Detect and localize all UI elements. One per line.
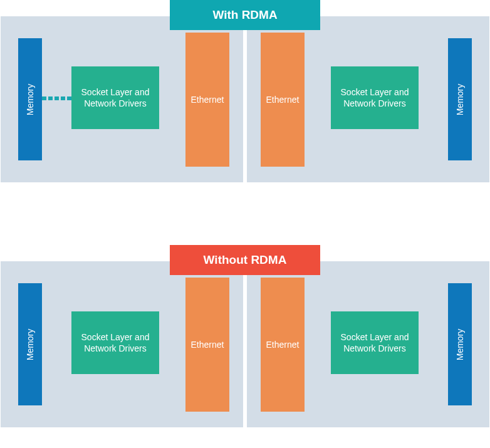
memory-label: Memory [25,328,35,360]
left-panel: Memory Socket Layer and Network Drivers … [1,261,243,427]
right-panel: Ethernet Socket Layer and Network Driver… [247,16,489,182]
diagram-without-rdma: Without RDMA Memory Socket Layer and Net… [1,245,489,427]
socket-block: Socket Layer and Network Drivers [71,66,159,129]
ethernet-label: Ethernet [191,95,224,105]
panel-row: Memory Socket Layer and Network Drivers … [1,261,489,427]
socket-label: Socket Layer and Network Drivers [333,331,416,354]
ethernet-block: Ethernet [185,278,229,412]
panel-row: Memory Socket Layer and Network Drivers … [1,16,489,182]
title-banner-with: With RDMA [170,0,320,30]
memory-label: Memory [455,328,465,360]
ethernet-label: Ethernet [266,340,300,350]
socket-block: Socket Layer and Network Drivers [71,311,159,374]
ethernet-block: Ethernet [261,278,305,412]
ethernet-block: Ethernet [185,33,229,167]
left-panel: Memory Socket Layer and Network Drivers … [1,16,243,182]
socket-label: Socket Layer and Network Drivers [74,331,157,354]
dashed-connector [42,96,71,100]
ethernet-label: Ethernet [266,95,300,105]
memory-block: Memory [448,38,472,160]
memory-block: Memory [448,283,472,405]
memory-label: Memory [455,83,465,115]
socket-block: Socket Layer and Network Drivers [331,66,419,129]
ethernet-label: Ethernet [191,340,224,350]
ethernet-block: Ethernet [261,33,305,167]
socket-label: Socket Layer and Network Drivers [74,86,157,109]
memory-block: Memory [18,283,42,405]
memory-block: Memory [18,38,42,160]
memory-label: Memory [25,83,35,115]
title-banner-without: Without RDMA [170,245,320,275]
right-panel: Ethernet Socket Layer and Network Driver… [247,261,489,427]
socket-label: Socket Layer and Network Drivers [333,86,416,109]
socket-block: Socket Layer and Network Drivers [331,311,419,374]
diagram-with-rdma: With RDMA Memory Socket Layer and Networ… [1,0,489,182]
